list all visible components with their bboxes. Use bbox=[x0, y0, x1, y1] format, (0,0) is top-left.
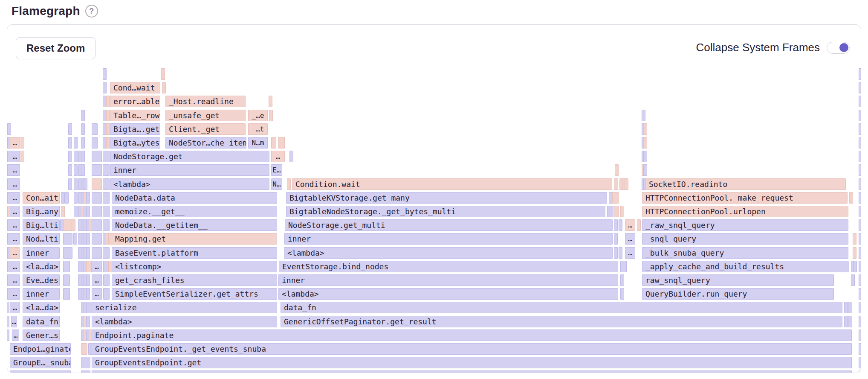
flame-frame[interactable]: NodeData.data bbox=[112, 192, 277, 204]
flame-frame[interactable]: <lambda> bbox=[92, 316, 277, 327]
flame-frame[interactable]: … bbox=[10, 219, 20, 231]
flame-frame[interactable]: … bbox=[10, 302, 20, 313]
flame-frame[interactable] bbox=[81, 137, 85, 149]
flame-frame[interactable]: … bbox=[10, 288, 20, 300]
flame-frame[interactable] bbox=[859, 329, 861, 341]
flame-frame[interactable]: … bbox=[10, 261, 20, 272]
flame-frame[interactable] bbox=[859, 192, 861, 204]
flame-frame[interactable] bbox=[106, 206, 110, 217]
flame-frame[interactable] bbox=[92, 247, 102, 259]
flame-frame[interactable] bbox=[859, 302, 861, 313]
flame-frame[interactable]: Endpoint.paginate bbox=[92, 329, 852, 341]
flame-frame[interactable]: _bulk_snuba_query bbox=[642, 247, 848, 259]
flame-frame[interactable]: BigtableNodeStorage._get_bytes_multi bbox=[286, 206, 605, 217]
flame-frame[interactable]: … bbox=[10, 233, 20, 245]
flame-frame[interactable] bbox=[859, 68, 861, 80]
flame-frame[interactable] bbox=[859, 164, 861, 176]
flame-frame[interactable]: … bbox=[10, 178, 20, 190]
flame-frame[interactable]: … bbox=[92, 261, 102, 272]
flame-frame[interactable]: _…t bbox=[248, 123, 268, 135]
flame-frame[interactable] bbox=[92, 178, 102, 190]
flame-frame[interactable]: Client._get bbox=[165, 123, 246, 135]
flame-frame[interactable] bbox=[20, 151, 24, 162]
flame-frame[interactable]: <lambda> bbox=[278, 288, 618, 300]
flame-frame[interactable]: SimpleEventSerializer.get_attrs bbox=[112, 288, 277, 300]
flame-frame[interactable] bbox=[92, 123, 98, 135]
flame-frame[interactable]: … bbox=[10, 206, 20, 217]
flame-frame[interactable] bbox=[610, 206, 613, 217]
flame-frame[interactable] bbox=[859, 123, 861, 135]
flame-frame[interactable] bbox=[859, 82, 861, 93]
flame-frame[interactable]: HTTPConnectionPool._make_request bbox=[642, 192, 848, 204]
flame-frame[interactable]: data_fn bbox=[281, 302, 842, 313]
flame-frame[interactable] bbox=[7, 123, 11, 135]
flame-frame[interactable]: Nod…lti bbox=[23, 233, 60, 245]
flame-frame[interactable] bbox=[63, 288, 70, 300]
help-icon[interactable]: ? bbox=[85, 5, 98, 17]
flame-frame[interactable]: inner bbox=[110, 164, 269, 176]
flame-frame[interactable] bbox=[92, 151, 102, 162]
flame-frame[interactable]: Bigta….get bbox=[110, 123, 160, 135]
flame-frame[interactable]: Big…lti bbox=[23, 219, 60, 231]
flame-frame[interactable] bbox=[81, 110, 85, 121]
flame-frame[interactable] bbox=[81, 123, 85, 135]
flame-frame[interactable]: BigtableKVStorage.get_many bbox=[286, 192, 607, 204]
flame-frame[interactable] bbox=[103, 68, 107, 80]
flame-frame[interactable] bbox=[92, 233, 102, 245]
flame-frame[interactable] bbox=[859, 261, 861, 272]
flame-frame[interactable] bbox=[61, 206, 65, 217]
flame-frame[interactable]: inner bbox=[23, 247, 60, 259]
flame-frame[interactable] bbox=[859, 96, 861, 107]
flame-frame[interactable]: NodeData.__getitem__ bbox=[112, 219, 277, 231]
flame-frame[interactable] bbox=[92, 206, 102, 217]
flame-frame[interactable] bbox=[61, 192, 65, 204]
flame-frame[interactable] bbox=[269, 110, 273, 121]
flame-frame[interactable] bbox=[106, 274, 110, 286]
flame-frame[interactable] bbox=[848, 316, 852, 327]
flame-frame[interactable] bbox=[7, 329, 9, 341]
flame-frame[interactable] bbox=[614, 219, 618, 231]
flame-frame[interactable]: Cond…wait bbox=[110, 82, 160, 93]
flame-frame[interactable] bbox=[86, 288, 90, 300]
flame-frame[interactable]: … bbox=[10, 192, 20, 204]
flame-frame[interactable] bbox=[81, 357, 90, 368]
flame-frame[interactable] bbox=[106, 192, 110, 204]
flame-frame[interactable] bbox=[161, 68, 165, 80]
flame-frame[interactable] bbox=[81, 343, 87, 355]
flame-frame[interactable]: NodeStor…che_item bbox=[165, 137, 246, 149]
flame-frame[interactable]: GenericOffsetPaginator.get_result bbox=[281, 316, 842, 327]
flame-frame[interactable] bbox=[103, 82, 107, 93]
flame-frame[interactable] bbox=[271, 137, 276, 149]
flame-frame[interactable] bbox=[859, 151, 861, 162]
flame-frame[interactable]: … bbox=[92, 274, 102, 286]
flame-frame[interactable] bbox=[72, 219, 75, 231]
flame-frame[interactable]: <lambda> bbox=[110, 178, 269, 190]
flame-frame[interactable]: inner bbox=[23, 288, 60, 300]
flame-frame[interactable] bbox=[269, 96, 272, 107]
flame-frame[interactable]: BaseEvent.platform bbox=[112, 247, 277, 259]
flame-frame[interactable]: QueryBuilder.run_query bbox=[642, 288, 834, 300]
flame-frame[interactable]: NodeStorage.get bbox=[110, 151, 269, 162]
flame-frame[interactable] bbox=[63, 261, 70, 272]
flame-frame[interactable]: Condition.wait bbox=[292, 178, 612, 190]
flame-frame[interactable] bbox=[642, 110, 645, 121]
flame-frame[interactable] bbox=[849, 192, 853, 204]
flame-frame[interactable] bbox=[73, 233, 77, 245]
flame-frame[interactable] bbox=[643, 164, 647, 176]
flame-frame[interactable] bbox=[615, 192, 619, 204]
flame-frame[interactable] bbox=[848, 302, 852, 313]
flame-frame[interactable]: raw_snql_query bbox=[642, 274, 834, 286]
flame-frame[interactable] bbox=[106, 123, 110, 135]
flame-frame[interactable] bbox=[859, 233, 861, 245]
flame-frame[interactable] bbox=[68, 151, 72, 162]
flame-frame[interactable] bbox=[614, 178, 618, 190]
flame-frame[interactable] bbox=[68, 137, 72, 149]
flame-frame[interactable] bbox=[853, 233, 856, 245]
flame-frame[interactable]: serialize bbox=[92, 302, 277, 313]
flame-frame[interactable] bbox=[106, 164, 110, 176]
flame-frame[interactable] bbox=[859, 357, 861, 368]
flame-frame[interactable] bbox=[106, 288, 110, 300]
flame-frame[interactable]: <la…da> bbox=[23, 261, 60, 272]
flame-frame[interactable] bbox=[623, 261, 627, 272]
flame-frame[interactable] bbox=[289, 151, 293, 162]
